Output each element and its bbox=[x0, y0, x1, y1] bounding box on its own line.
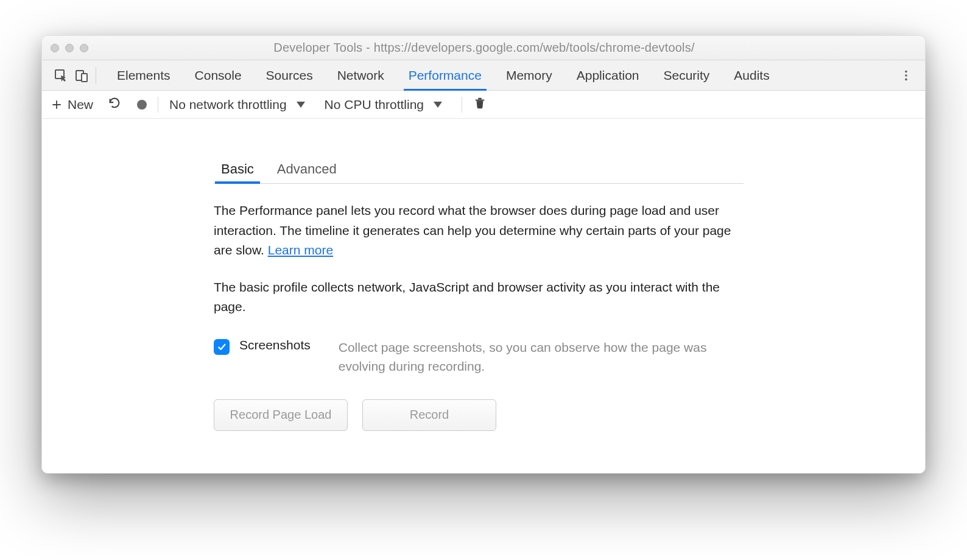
svg-point-3 bbox=[905, 70, 907, 72]
svg-rect-2 bbox=[82, 74, 87, 82]
subtab-basic[interactable]: Basic bbox=[219, 161, 256, 183]
chevron-down-icon bbox=[434, 102, 442, 108]
divider bbox=[158, 97, 158, 113]
svg-point-5 bbox=[905, 78, 907, 80]
network-throttling-dropdown[interactable]: No network throttling bbox=[169, 97, 305, 112]
panel-description: The Performance panel lets you record wh… bbox=[214, 201, 750, 317]
divider bbox=[96, 67, 96, 84]
tab-sources[interactable]: Sources bbox=[254, 60, 325, 90]
network-throttling-value: No network throttling bbox=[169, 97, 287, 112]
screenshots-label: Screenshots bbox=[239, 338, 311, 352]
window-title: Developer Tools - https://developers.goo… bbox=[52, 41, 916, 55]
new-label: New bbox=[68, 97, 93, 112]
screenshots-checkbox[interactable] bbox=[214, 339, 230, 355]
basic-profile-text: The basic profile collects network, Java… bbox=[214, 278, 750, 317]
tab-security[interactable]: Security bbox=[651, 60, 722, 90]
subtab-advanced[interactable]: Advanced bbox=[275, 161, 339, 183]
new-recording-button[interactable]: New bbox=[51, 97, 93, 112]
inspect-element-icon[interactable] bbox=[51, 65, 71, 86]
record-indicator-icon[interactable] bbox=[137, 100, 147, 110]
divider bbox=[462, 97, 462, 113]
tab-memory[interactable]: Memory bbox=[494, 60, 564, 90]
tab-application[interactable]: Application bbox=[564, 60, 652, 90]
tab-audits[interactable]: Audits bbox=[722, 60, 781, 90]
learn-more-link[interactable]: Learn more bbox=[268, 243, 333, 257]
tab-network[interactable]: Network bbox=[325, 60, 396, 90]
profile-type-tabs: BasicAdvanced bbox=[214, 161, 744, 184]
performance-panel-content: BasicAdvanced The Performance panel lets… bbox=[42, 119, 925, 473]
screenshots-setting: Screenshots Collect page screenshots, so… bbox=[214, 338, 750, 376]
devtools-window: Developer Tools - https://developers.goo… bbox=[41, 35, 926, 474]
tab-performance[interactable]: Performance bbox=[396, 60, 494, 90]
action-buttons: Record Page Load Record bbox=[214, 399, 925, 431]
record-page-load-button[interactable]: Record Page Load bbox=[214, 399, 348, 431]
screenshots-description: Collect page screenshots, so you can obs… bbox=[339, 338, 728, 376]
record-button[interactable]: Record bbox=[362, 399, 496, 431]
more-options-icon[interactable] bbox=[896, 65, 916, 86]
tab-console[interactable]: Console bbox=[183, 60, 254, 90]
svg-point-4 bbox=[905, 74, 907, 77]
performance-toolbar: New No network throttling No CPU throttl… bbox=[42, 91, 925, 119]
reload-icon[interactable] bbox=[108, 96, 121, 113]
titlebar: Developer Tools - https://developers.goo… bbox=[42, 36, 925, 60]
cpu-throttling-value: No CPU throttling bbox=[325, 97, 424, 112]
toggle-device-toolbar-icon[interactable] bbox=[71, 65, 92, 86]
delete-icon[interactable] bbox=[473, 96, 487, 113]
devtools-tabbar: ElementsConsoleSourcesNetworkPerformance… bbox=[42, 60, 925, 91]
cpu-throttling-dropdown[interactable]: No CPU throttling bbox=[325, 97, 442, 112]
tab-elements[interactable]: Elements bbox=[105, 60, 183, 90]
chevron-down-icon bbox=[297, 102, 305, 108]
